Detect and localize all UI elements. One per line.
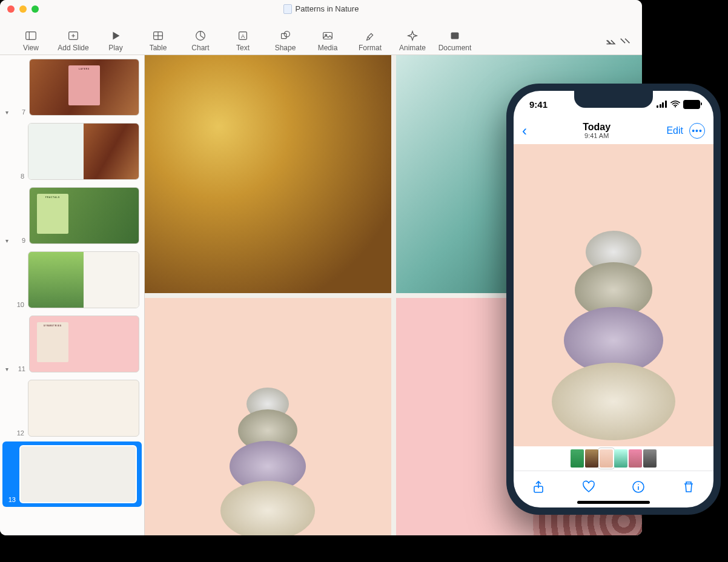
image-urchin-stack[interactable] (145, 298, 391, 536)
fullscreen-button[interactable] (31, 5, 39, 13)
chart-label: Chart (191, 44, 209, 52)
thumbnail (28, 251, 139, 308)
animate-button[interactable]: Animate (394, 29, 431, 52)
shape-button[interactable]: Shape (266, 29, 304, 52)
slide-number: 8 (13, 173, 24, 180)
slide-number: 7 (15, 108, 25, 116)
cellular-icon (657, 101, 667, 108)
thumb[interactable] (643, 449, 657, 468)
view-label: View (23, 44, 39, 52)
svg-point-18 (675, 106, 676, 107)
title-text: Patterns in Nature (296, 4, 359, 13)
slide-title: SYMMETRIES (39, 325, 66, 327)
slide-number: 13 (5, 496, 16, 503)
image-honeycomb[interactable] (145, 55, 391, 293)
nav-right: Edit ••• (666, 123, 705, 139)
chart-button[interactable]: Chart (182, 29, 219, 52)
animate-label: Animate (399, 44, 426, 52)
play-label: Play (108, 44, 122, 52)
svg-rect-14 (323, 33, 333, 39)
toolbar-overflow-button[interactable] (601, 36, 637, 52)
thumb[interactable] (571, 449, 584, 468)
table-label: Table (150, 44, 167, 52)
thumb-selected[interactable] (600, 449, 613, 468)
document-title: Patterns in Nature (0, 0, 642, 18)
svg-rect-17 (451, 33, 459, 39)
more-button[interactable]: ••• (689, 123, 705, 139)
svg-marker-16 (408, 31, 417, 41)
text-button[interactable]: A Text (224, 29, 262, 52)
minimize-button[interactable] (19, 5, 27, 13)
wifi-icon (670, 101, 680, 108)
slide-number: 9 (15, 237, 25, 244)
add-slide-label: Add Slide (58, 44, 88, 52)
edit-button[interactable]: Edit (666, 125, 683, 136)
nav-bar: ‹ Today 9:41 AM Edit ••• (514, 117, 713, 144)
home-indicator[interactable] (577, 501, 650, 504)
toolbar-items: View Add Slide Play Table Chart A Text (12, 29, 474, 52)
document-button[interactable]: Document (436, 29, 474, 52)
media-button[interactable]: Media (309, 29, 346, 52)
svg-text:A: A (241, 33, 245, 39)
svg-rect-0 (26, 32, 36, 40)
thumbnail: FRACTALS (29, 187, 139, 244)
nav-title-text: Today (583, 122, 611, 132)
slide-thumb-8[interactable]: 8 (0, 119, 144, 183)
thumbnail (28, 380, 139, 437)
slide-title: LAYERS (71, 68, 98, 70)
slide-number: 12 (13, 429, 24, 437)
favorite-button[interactable] (581, 480, 596, 497)
notch (574, 91, 653, 108)
slide-thumb-10[interactable]: 10 (0, 248, 144, 312)
info-button[interactable] (631, 480, 646, 497)
document-icon (283, 4, 292, 14)
window-controls (7, 5, 39, 13)
slide-thumb-12[interactable]: 12 (0, 376, 144, 440)
slide-navigator[interactable]: ▾ 7 LAYERS 8 ▾ 9 FRACTALS 10 (0, 55, 145, 535)
slide-thumb-7[interactable]: ▾ 7 LAYERS (0, 55, 144, 119)
text-label: Text (236, 44, 250, 52)
document-label: Document (438, 44, 472, 52)
disclosure-arrow-icon[interactable]: ▾ (2, 366, 11, 372)
thumb[interactable] (629, 449, 642, 468)
slide-thumb-9[interactable]: ▾ 9 FRACTALS (0, 183, 144, 248)
nav-subtitle: 9:41 AM (583, 133, 611, 140)
titlebar: Patterns in Nature (0, 0, 642, 18)
close-button[interactable] (7, 5, 15, 13)
thumbnail (19, 445, 137, 503)
battery-icon (683, 100, 700, 109)
status-time: 9:41 (529, 99, 548, 110)
slide-title: FRACTALS (39, 196, 66, 199)
status-icons (657, 100, 700, 109)
back-button[interactable]: ‹ (522, 122, 527, 139)
nav-title: Today 9:41 AM (583, 122, 611, 139)
view-button[interactable]: View (12, 29, 50, 52)
slide-number: 11 (15, 365, 25, 372)
slide-thumb-11[interactable]: ▾ 11 SYMMETRIES (0, 312, 144, 376)
toolbar: View Add Slide Play Table Chart A Text (0, 18, 642, 55)
iphone-screen: 9:41 ‹ Today 9:41 AM Edit ••• (514, 91, 713, 507)
svg-marker-5 (113, 32, 119, 40)
slide-number: 10 (13, 301, 24, 308)
svg-point-22 (638, 484, 639, 485)
table-button[interactable]: Table (139, 29, 177, 52)
thumb[interactable] (614, 449, 627, 468)
thumbnail (28, 123, 139, 180)
thumbnail: LAYERS (29, 59, 139, 116)
disclosure-arrow-icon[interactable]: ▾ (2, 109, 11, 116)
filmstrip[interactable] (514, 446, 713, 471)
share-button[interactable] (531, 480, 546, 497)
format-label: Format (359, 44, 382, 52)
add-slide-button[interactable]: Add Slide (55, 29, 92, 52)
thumb[interactable] (585, 449, 598, 468)
shape-label: Shape (275, 44, 296, 52)
iphone-device: 9:41 ‹ Today 9:41 AM Edit ••• (506, 84, 721, 515)
disclosure-arrow-icon[interactable]: ▾ (2, 237, 11, 244)
format-button[interactable]: Format (351, 29, 389, 52)
slide-thumb-13[interactable]: 13 (2, 441, 142, 507)
photo-viewer[interactable] (514, 144, 713, 446)
thumbnail: SYMMETRIES (29, 316, 139, 372)
delete-button[interactable] (681, 480, 696, 497)
play-button[interactable]: Play (97, 29, 134, 52)
svg-point-13 (284, 31, 290, 37)
